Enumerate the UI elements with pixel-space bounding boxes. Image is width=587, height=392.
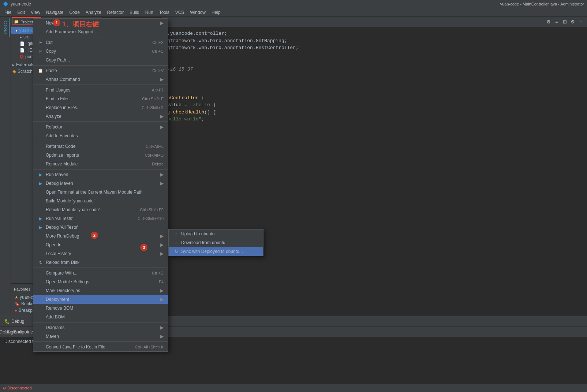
submenu-download-ubuntu[interactable]: ↓ Download from ubuntu <box>169 238 263 247</box>
ctx-replace-in-files[interactable]: Replace in Files... Ctrl+Shift+R <box>33 103 168 112</box>
ctx-analyze[interactable]: Analyze ▶ <box>33 112 168 121</box>
menu-item-build[interactable]: Build <box>127 9 142 16</box>
maven-icon: 🅜 <box>20 55 24 59</box>
ctx-icon-debug-maven: ▶ <box>38 180 44 186</box>
ctx-reload-from-disk[interactable]: ↻ Reload from Disk <box>33 258 168 267</box>
ctx-copy[interactable]: ⎘ Copy Ctrl+C <box>33 47 168 56</box>
star-icon: ★ <box>15 295 18 300</box>
ctx-icon-terminal <box>38 189 44 195</box>
ctx-open-terminal[interactable]: Open Terminal at the Current Maven Modul… <box>33 188 168 197</box>
tree-label-src: src <box>23 34 29 40</box>
ctx-sep-8 <box>33 322 168 322</box>
code-editor[interactable]: package com.yckf.yuancode.controller; im… <box>117 27 587 316</box>
code-line-14: @GetMapping(value = "/hello") <box>121 101 583 109</box>
split-icon[interactable]: ⊞ <box>561 19 568 25</box>
ctx-copy-path[interactable]: Copy Path... <box>33 56 168 64</box>
ctx-add-bom[interactable]: Add BOM <box>33 313 168 321</box>
ctx-icon-add-framework <box>38 29 44 35</box>
ctx-sep-5 <box>33 141 168 141</box>
app-icon: 🔷 <box>3 1 8 7</box>
menu-item-edit[interactable]: Edit <box>14 9 28 16</box>
minimize-icon[interactable]: − <box>577 19 584 25</box>
ctx-paste[interactable]: 📋 Paste Ctrl+V <box>33 66 168 75</box>
ctx-run-all-tests[interactable]: ▶ Run 'All Tests' Ctrl+Shift+F10 <box>33 214 168 223</box>
ctx-debug-all-tests[interactable]: ▶ Debug 'All Tests' <box>33 223 168 232</box>
fav-label-breakpoint: Breakpc <box>19 308 35 313</box>
sidebar-tab-project[interactable]: Project <box>1 18 10 37</box>
ctx-compare-with[interactable]: Compare With... Ctrl+D <box>33 269 168 277</box>
disconnected-icon: ⊙ <box>3 386 6 390</box>
ctx-find-in-files[interactable]: Find in Files... Ctrl+Shift+F <box>33 94 168 103</box>
code-line-12: public class MainController { <box>121 94 583 102</box>
ctx-optimize-imports[interactable]: Optimize Imports Ctrl+Alt+O <box>33 151 168 160</box>
download-icon: ↓ <box>173 240 179 246</box>
gear-icon[interactable]: ⚙ <box>569 19 576 25</box>
editor-content[interactable]: 12345 678910 1112131415 1617181920 packa… <box>102 27 587 316</box>
copy-icon: ⎘ <box>38 48 44 54</box>
ctx-add-to-favorites[interactable]: Add to Favorites <box>33 131 168 140</box>
menu-item-code[interactable]: Code <box>66 9 83 16</box>
ctx-icon-diagrams <box>38 325 44 331</box>
ctx-icon-analyze <box>38 113 44 119</box>
ctx-reformat-code[interactable]: Reformat Code Ctrl+Alt+L <box>33 142 168 151</box>
menu-item-analyze[interactable]: Analyze <box>83 9 104 16</box>
ctx-maven[interactable]: Maven ▶ <box>33 332 168 341</box>
ctx-debug-maven[interactable]: ▶ Debug Maven ▶ <box>33 179 168 188</box>
ctx-refactor[interactable]: Refactor ▶ <box>33 123 168 131</box>
ctx-rebuild-module[interactable]: Rebuild Module 'yuan-code' Ctrl+Shift+F9 <box>33 205 168 214</box>
ctx-find-usages[interactable]: Find Usages Alt+F7 <box>33 86 168 94</box>
ctx-icon-run-tests: ▶ <box>38 216 44 221</box>
submenu-sync-ubuntu[interactable]: ↻ Sync with Deployed to ubuntu... <box>169 247 263 256</box>
ctx-open-module-settings[interactable]: Open Module Settings F4 <box>33 277 168 286</box>
ctx-icon-convert <box>38 344 44 350</box>
bottom-tab-debug[interactable]: 🐛 Debug <box>0 317 29 325</box>
editor-tabs: ☕ MainController.java × ⚙ ≡ ⊞ ⚙ − <box>102 17 587 27</box>
menu-item-vcs[interactable]: VCS <box>172 9 187 16</box>
menu-item-file[interactable]: File <box>1 9 14 16</box>
ctx-add-framework[interactable]: Add Framework Support... <box>33 27 168 36</box>
ctx-icon-optimize <box>38 152 44 158</box>
ctx-remove-bom[interactable]: Remove BOM <box>33 304 168 313</box>
code-line-15: public String checkHealth() { <box>121 109 583 116</box>
ctx-run-maven[interactable]: ▶ Run Maven ▶ <box>33 170 168 179</box>
ctx-cut[interactable]: ✂ Cut Ctrl+X <box>33 38 168 47</box>
ctx-icon-copy-path <box>38 57 44 63</box>
ctx-build-module[interactable]: Build Module 'yuan-code' <box>33 197 168 205</box>
menu-item-view[interactable]: View <box>28 9 43 16</box>
code-line-17: } <box>121 123 583 130</box>
menu-item-tools[interactable]: Tools <box>156 9 172 16</box>
structure-icon[interactable]: ≡ <box>553 19 560 25</box>
code-line-11: @RestController <box>121 87 583 94</box>
menu-item-run[interactable]: Run <box>142 9 156 16</box>
code-line-19: } <box>121 130 583 137</box>
endpoints-tab-btn[interactable]: Endpoints <box>20 328 27 335</box>
annotation-badge-2: 2 <box>91 232 98 239</box>
submenu-upload-ubuntu[interactable]: ↑ Upload to ubuntu <box>169 229 263 238</box>
ctx-remove-module[interactable]: Remove Module Delete <box>33 160 168 168</box>
ctx-icon-find-usages <box>38 87 44 93</box>
menu-item-navigate[interactable]: Navigate <box>43 9 66 16</box>
editor-area: ☕ MainController.java × ⚙ ≡ ⊞ ⚙ − 12345 … <box>102 17 587 316</box>
ctx-local-history[interactable]: Local History ▶ <box>33 249 168 258</box>
cut-icon: ✂ <box>38 40 44 45</box>
ctx-icon-maven <box>38 333 44 339</box>
file-icon: 📄 <box>20 41 25 46</box>
ctx-sep-9 <box>33 341 168 342</box>
ctx-sep-3 <box>33 85 168 85</box>
menu-item-refactor[interactable]: Refactor <box>104 9 127 16</box>
code-line-4: import org.springframework.web.bind.anno… <box>121 44 583 52</box>
menu-item-window[interactable]: Window <box>187 9 209 16</box>
deployment-submenu: ↑ Upload to ubuntu ↓ Download from ubunt… <box>168 229 263 256</box>
ctx-deployment[interactable]: Deployment ▶ <box>33 295 168 304</box>
ctx-sep-2 <box>33 65 168 66</box>
ctx-convert-java[interactable]: Convert Java File to Kotlin File Ctrl+Al… <box>33 343 168 351</box>
ctx-mark-directory[interactable]: Mark Directory as ▶ <box>33 286 168 295</box>
context-menu: New ▶ Add Framework Support... ✂ Cut Ctr… <box>33 18 168 352</box>
ctx-icon-find-in-files <box>38 96 44 102</box>
ctx-arthas[interactable]: Arthas Command ▶ <box>33 75 168 84</box>
menu-item-help[interactable]: Help <box>209 9 224 16</box>
ctx-open-in[interactable]: Open In ▶ <box>33 240 168 249</box>
settings-icon[interactable]: ⚙ <box>545 19 552 25</box>
ctx-diagrams[interactable]: Diagrams ▶ <box>33 323 168 332</box>
ctx-more-run-debug[interactable]: More Run/Debug ▶ <box>33 232 168 240</box>
